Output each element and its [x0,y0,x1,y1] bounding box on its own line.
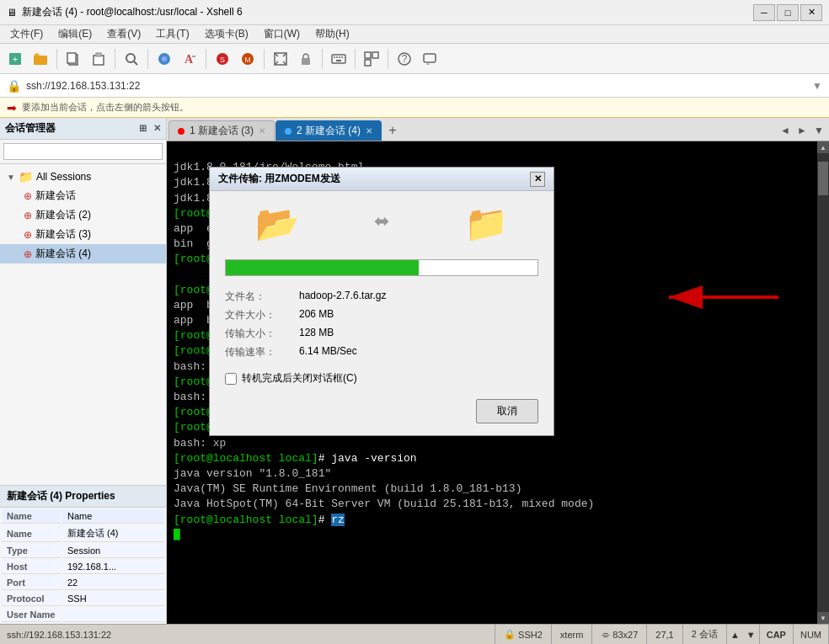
window-controls: ─ □ ✕ [753,4,822,21]
toolbar-sep7 [355,49,356,69]
tab3-close-icon[interactable]: ✕ [259,126,265,136]
sidebar: 会话管理器 ⊞ ✕ ▼ 📁 All Sessions ⊕ 新建会话 ⊕ 新建会话… [0,118,167,624]
speed-label: 传输速率： [225,345,292,359]
sidebar-tree: ▼ 📁 All Sessions ⊕ 新建会话 ⊕ 新建会话 (2) ⊕ 新建会… [0,164,166,485]
toolbar-sep3 [147,49,148,69]
cancel-button[interactable]: 取消 [476,399,538,423]
tab3-dot [178,128,185,135]
table-row: User Name [2,608,164,622]
toolbar-sep2 [115,49,115,69]
toolbar-lock[interactable] [294,47,318,71]
filename-label: 文件名： [225,290,292,304]
menu-view[interactable]: 查看(V) [100,25,147,43]
toolbar-keyboard[interactable] [327,47,350,71]
menu-tabs[interactable]: 选项卡(B) [198,25,255,43]
sidebar-item-session2[interactable]: ⊕ 新建会话 (2) [0,205,166,225]
info-text: 要添加当前会话，点击左侧的箭头按钮。 [22,101,189,114]
minimize-button[interactable]: ─ [753,4,775,21]
status-protocol-text: SSH2 [518,630,543,640]
info-bar: ➡ 要添加当前会话，点击左侧的箭头按钮。 [0,98,829,118]
sidebar-item-session3[interactable]: ⊕ 新建会话 (3) [0,225,166,244]
source-folder-icon: 📂 [255,203,299,244]
toolbar-sep5 [264,49,265,69]
right-panel: 1 新建会话 (3) ✕ 2 新建会话 (4) ✕ + ◄ ► ▼ jdk1.8… [167,118,829,624]
sidebar-title: 会话管理器 [5,121,56,136]
toolbar-connect[interactable] [152,47,176,71]
toolbar-font[interactable]: A [178,47,201,71]
close-after-transfer-checkbox[interactable] [225,373,237,385]
tab-session3[interactable]: 1 新建会话 (3) ✕ [168,120,275,141]
toolbar-help[interactable]: ? [393,47,416,71]
tree-all-sessions[interactable]: ▼ 📁 All Sessions [0,168,166,186]
status-sessions-text: 2 会话 [692,628,718,641]
dialog-overlay: 文件传输: 用ZMODEM发送 ✕ 📂 ⬌ 📁 [167,141,829,624]
menu-tools[interactable]: 工具(T) [149,25,195,43]
toolbar-search[interactable] [120,47,143,71]
status-nav-down[interactable]: ▼ [743,630,759,640]
status-cap-text: CAP [767,630,786,640]
sidebar-item-session1[interactable]: ⊕ 新建会话 [0,186,166,205]
menu-help[interactable]: 帮助(H) [308,25,356,43]
props-table: Name Name Name 新建会话 (4) Type Session Hos… [0,508,166,624]
tab-prev-icon[interactable]: ◄ [777,120,794,141]
toolbar-sep6 [322,49,323,69]
toolbar-expand[interactable] [269,47,292,71]
transfer-indicator: ⬌ [361,209,403,239]
session1-label: 新建会话 [35,189,76,203]
menu-edit[interactable]: 编辑(E) [51,25,99,43]
session3-icon: ⊕ [24,229,32,241]
svg-rect-6 [96,53,101,56]
tab-add-button[interactable]: + [382,120,403,141]
sidebar-close-icon[interactable]: ✕ [153,123,161,134]
dialog-close-button[interactable]: ✕ [530,172,545,187]
menu-bar: 文件(F) 编辑(E) 查看(V) 工具(T) 选项卡(B) 窗口(W) 帮助(… [0,25,829,44]
dialog: 文件传输: 用ZMODEM发送 ✕ 📂 ⬌ 📁 [209,167,554,436]
size-icon: ⌯ [601,630,610,640]
svg-text:M: M [244,56,251,64]
status-address: ssh://192.168.153.131:22 [0,625,495,644]
tab-menu-icon[interactable]: ▼ [810,120,827,141]
menu-file[interactable]: 文件(F) [3,25,50,43]
session4-label: 新建会话 (4) [35,247,91,261]
tab-session4[interactable]: 2 新建会话 (4) ✕ [275,120,382,141]
toolbar-copy[interactable] [62,47,85,71]
props-header: 新建会话 (4) Properties [0,486,166,508]
dialog-info-grid: 文件名： hadoop-2.7.6.tar.gz 文件大小： 206 MB 传输… [225,290,538,359]
close-button[interactable]: ✕ [800,4,822,21]
menu-window[interactable]: 窗口(W) [257,25,307,43]
svg-rect-30 [424,54,436,62]
prop-protocol-value: SSH [62,592,164,606]
expand-icon: ▼ [7,173,15,182]
toolbar-chat[interactable] [418,47,441,71]
prop-name2-label: Name [2,525,61,542]
title-text: 新建会话 (4) - root@localhost:/usr/local - X… [22,5,753,19]
maximize-button[interactable]: □ [777,4,799,21]
status-terminal: xterm [552,625,593,644]
toolbar-new[interactable]: + [3,47,27,71]
prop-name-value: Name [62,509,164,524]
sidebar-header: 会话管理器 ⊞ ✕ [0,118,166,140]
prop-host-value: 192.168.1... [62,560,164,574]
svg-rect-4 [67,53,76,63]
toolbar-paste[interactable] [87,47,110,71]
address-bar: 🔒 ssh://192.168.153.131:22 ▼ [0,74,829,98]
search-input[interactable] [3,143,163,160]
table-row: Name Name [2,509,164,524]
toolbar-red[interactable]: S [211,47,234,71]
toolbar-grid[interactable] [360,47,383,71]
toolbar-open[interactable] [29,47,52,71]
toolbar-moji[interactable]: M [236,47,259,71]
dialog-title-bar: 文件传输: 用ZMODEM发送 ✕ [210,168,554,191]
sidebar-pin-icon[interactable]: ⊞ [139,123,147,134]
sidebar-item-session4[interactable]: ⊕ 新建会话 (4) [0,244,166,263]
tab4-close-icon[interactable]: ✕ [366,126,372,136]
status-size: ⌯ 83x27 [592,625,647,644]
toolbar-sep8 [388,49,388,69]
address-dropdown-icon[interactable]: ▼ [812,80,822,92]
status-nav-up[interactable]: ▲ [727,630,743,640]
table-row: Host 192.168.1... [2,560,164,574]
table-row: Type Session [2,544,164,558]
info-arrow-icon: ➡ [7,101,17,114]
props-title: 新建会话 (4) Properties [7,490,115,502]
tab-next-icon[interactable]: ► [794,120,810,141]
